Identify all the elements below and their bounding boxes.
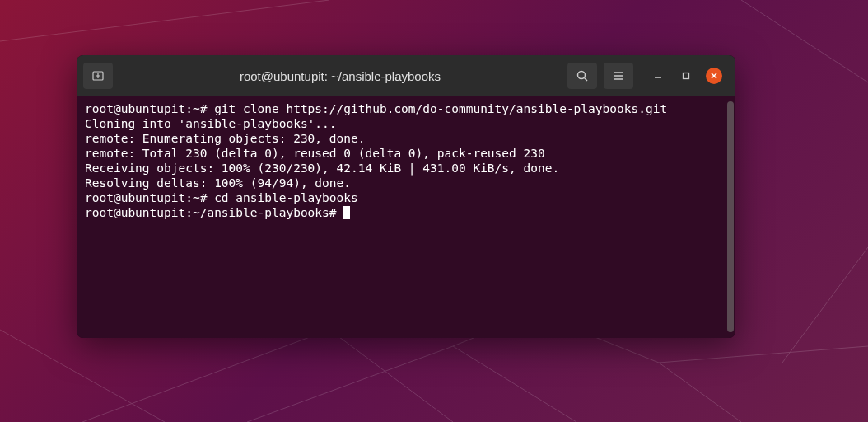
svg-line-9: [659, 363, 741, 422]
terminal-line: root@ubuntupit:~# cd ansible-playbooks: [85, 190, 727, 205]
new-tab-icon: [91, 69, 105, 82]
hamburger-icon: [612, 69, 625, 82]
terminal-window: root@ubuntupit: ~/ansible-playbooks: [77, 55, 735, 338]
titlebar: root@ubuntupit: ~/ansible-playbooks: [77, 55, 735, 96]
window-title: root@ubuntupit: ~/ansible-playbooks: [119, 69, 561, 83]
svg-rect-21: [684, 73, 689, 79]
menu-button[interactable]: [604, 63, 633, 89]
cursor: [343, 206, 350, 219]
terminal-prompt: root@ubuntupit:~/ansible-playbooks#: [85, 206, 343, 219]
minimize-icon: [654, 72, 662, 80]
terminal-line: Cloning into 'ansible-playbooks'...: [85, 116, 727, 131]
terminal-line: Resolving deltas: 100% (94/94), done.: [85, 176, 727, 190]
maximize-icon: [682, 72, 690, 80]
new-tab-button[interactable]: [83, 63, 113, 89]
svg-line-16: [585, 78, 588, 82]
terminal-line: remote: Enumerating objects: 230, done.: [85, 131, 727, 146]
svg-line-1: [0, 330, 165, 422]
svg-line-4: [329, 330, 453, 422]
svg-line-2: [82, 330, 329, 422]
svg-line-0: [0, 0, 329, 41]
maximize-button[interactable]: [678, 68, 694, 84]
terminal-line: Receiving objects: 100% (230/230), 42.14…: [85, 161, 727, 176]
svg-point-15: [578, 72, 586, 79]
svg-line-5: [453, 346, 576, 422]
svg-line-8: [659, 346, 868, 363]
svg-line-11: [782, 247, 868, 363]
scrollbar[interactable]: [727, 101, 734, 332]
search-icon: [576, 69, 589, 82]
terminal-line: root@ubuntupit:~# git clone https://gith…: [85, 101, 727, 116]
close-button[interactable]: [706, 68, 722, 84]
terminal-prompt-line: root@ubuntupit:~/ansible-playbooks#: [85, 205, 727, 220]
terminal-body[interactable]: root@ubuntupit:~# git clone https://gith…: [77, 96, 735, 338]
minimize-button[interactable]: [650, 68, 666, 84]
close-icon: [710, 72, 718, 80]
window-controls: [640, 68, 729, 84]
svg-line-3: [247, 346, 453, 422]
search-button[interactable]: [567, 63, 597, 89]
svg-line-10: [741, 0, 868, 82]
terminal-line: remote: Total 230 (delta 0), reused 0 (d…: [85, 146, 727, 161]
